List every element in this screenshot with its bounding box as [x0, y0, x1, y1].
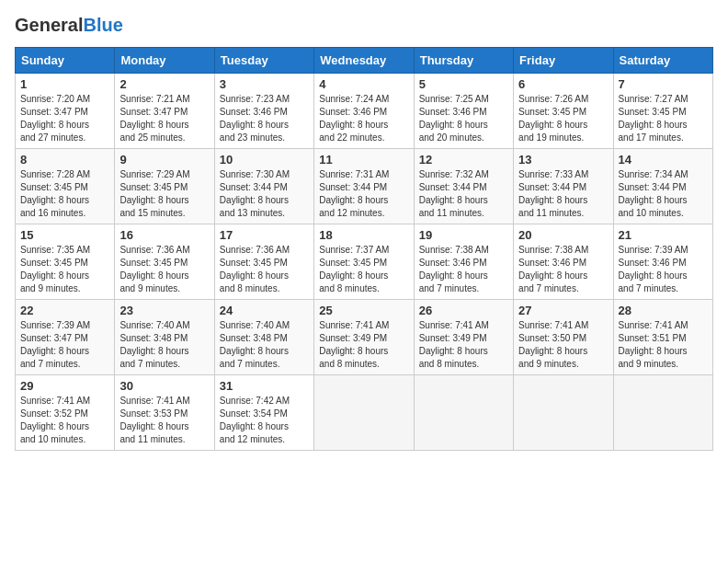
calendar-cell: 6Sunrise: 7:26 AMSunset: 3:45 PMDaylight… — [514, 74, 613, 149]
day-info: Sunrise: 7:38 AMSunset: 3:46 PMDaylight:… — [419, 244, 508, 295]
day-number: 7 — [619, 77, 708, 91]
weekday-header-row: Sunday Monday Tuesday Wednesday Thursday… — [16, 48, 713, 74]
day-info: Sunrise: 7:24 AMSunset: 3:46 PMDaylight:… — [319, 93, 408, 144]
day-number: 16 — [119, 228, 209, 242]
col-wednesday: Wednesday — [314, 48, 414, 74]
day-info: Sunrise: 7:32 AMSunset: 3:44 PMDaylight:… — [419, 168, 508, 220]
day-number: 30 — [119, 379, 209, 393]
day-number: 18 — [319, 228, 408, 242]
calendar-cell: 31Sunrise: 7:42 AMSunset: 3:54 PMDayligh… — [214, 375, 313, 451]
col-sunday: Sunday — [16, 48, 115, 74]
day-info: Sunrise: 7:25 AMSunset: 3:46 PMDaylight:… — [419, 93, 508, 144]
day-number: 20 — [518, 228, 608, 242]
calendar-week-1: 1Sunrise: 7:20 AMSunset: 3:47 PMDaylight… — [16, 74, 713, 149]
calendar-cell — [514, 375, 613, 451]
day-number: 5 — [419, 77, 508, 91]
day-number: 15 — [20, 228, 109, 242]
day-info: Sunrise: 7:31 AMSunset: 3:44 PMDaylight:… — [319, 168, 408, 220]
day-info: Sunrise: 7:39 AMSunset: 3:46 PMDaylight:… — [619, 244, 708, 295]
calendar-cell: 24Sunrise: 7:40 AMSunset: 3:48 PMDayligh… — [214, 300, 313, 375]
day-number: 4 — [319, 77, 408, 91]
day-info: Sunrise: 7:34 AMSunset: 3:44 PMDaylight:… — [619, 168, 708, 220]
day-info: Sunrise: 7:39 AMSunset: 3:47 PMDaylight:… — [20, 319, 109, 371]
calendar-cell: 15Sunrise: 7:35 AMSunset: 3:45 PMDayligh… — [16, 224, 115, 300]
calendar-cell: 16Sunrise: 7:36 AMSunset: 3:45 PMDayligh… — [115, 224, 214, 300]
day-number: 25 — [319, 304, 408, 317]
day-number: 3 — [220, 77, 309, 91]
calendar-cell: 22Sunrise: 7:39 AMSunset: 3:47 PMDayligh… — [16, 300, 115, 375]
calendar-cell: 12Sunrise: 7:32 AMSunset: 3:44 PMDayligh… — [414, 149, 513, 224]
day-number: 2 — [119, 77, 209, 91]
calendar-cell: 17Sunrise: 7:36 AMSunset: 3:45 PMDayligh… — [214, 224, 313, 300]
calendar-cell: 14Sunrise: 7:34 AMSunset: 3:44 PMDayligh… — [613, 149, 712, 224]
col-friday: Friday — [514, 48, 613, 74]
day-info: Sunrise: 7:42 AMSunset: 3:54 PMDaylight:… — [220, 395, 309, 446]
calendar-cell: 20Sunrise: 7:38 AMSunset: 3:46 PMDayligh… — [514, 224, 613, 300]
day-info: Sunrise: 7:29 AMSunset: 3:45 PMDaylight:… — [119, 168, 209, 220]
calendar-cell — [613, 375, 712, 451]
day-number: 13 — [518, 153, 608, 167]
calendar-cell: 2Sunrise: 7:21 AMSunset: 3:47 PMDaylight… — [115, 74, 214, 149]
page-header: General GeneralBlue — [15, 15, 713, 36]
day-info: Sunrise: 7:26 AMSunset: 3:45 PMDaylight:… — [518, 93, 608, 144]
calendar-cell — [314, 375, 414, 451]
day-info: Sunrise: 7:23 AMSunset: 3:46 PMDaylight:… — [220, 93, 309, 144]
calendar-cell: 30Sunrise: 7:41 AMSunset: 3:53 PMDayligh… — [115, 375, 214, 451]
day-number: 6 — [518, 77, 608, 91]
calendar-cell: 5Sunrise: 7:25 AMSunset: 3:46 PMDaylight… — [414, 74, 513, 149]
day-info: Sunrise: 7:33 AMSunset: 3:44 PMDaylight:… — [518, 168, 608, 220]
day-info: Sunrise: 7:40 AMSunset: 3:48 PMDaylight:… — [119, 319, 209, 371]
logo-text: GeneralBlue — [15, 15, 123, 36]
calendar-table: Sunday Monday Tuesday Wednesday Thursday… — [15, 47, 713, 451]
day-info: Sunrise: 7:41 AMSunset: 3:52 PMDaylight:… — [20, 395, 109, 446]
calendar-cell: 3Sunrise: 7:23 AMSunset: 3:46 PMDaylight… — [214, 74, 313, 149]
calendar-cell: 23Sunrise: 7:40 AMSunset: 3:48 PMDayligh… — [115, 300, 214, 375]
calendar-cell: 4Sunrise: 7:24 AMSunset: 3:46 PMDaylight… — [314, 74, 414, 149]
col-tuesday: Tuesday — [214, 48, 313, 74]
day-number: 23 — [119, 304, 209, 317]
col-thursday: Thursday — [414, 48, 513, 74]
day-info: Sunrise: 7:41 AMSunset: 3:49 PMDaylight:… — [319, 319, 408, 371]
day-number: 14 — [619, 153, 708, 167]
logo: General GeneralBlue — [15, 15, 123, 36]
day-info: Sunrise: 7:30 AMSunset: 3:44 PMDaylight:… — [220, 168, 309, 220]
day-number: 8 — [20, 153, 109, 167]
day-number: 10 — [220, 153, 309, 167]
calendar-week-4: 22Sunrise: 7:39 AMSunset: 3:47 PMDayligh… — [16, 300, 713, 375]
day-number: 31 — [220, 379, 309, 393]
calendar-cell: 1Sunrise: 7:20 AMSunset: 3:47 PMDaylight… — [16, 74, 115, 149]
calendar-cell: 27Sunrise: 7:41 AMSunset: 3:50 PMDayligh… — [514, 300, 613, 375]
day-info: Sunrise: 7:41 AMSunset: 3:49 PMDaylight:… — [419, 319, 508, 371]
day-number: 12 — [419, 153, 508, 167]
calendar-week-2: 8Sunrise: 7:28 AMSunset: 3:45 PMDaylight… — [16, 149, 713, 224]
day-info: Sunrise: 7:36 AMSunset: 3:45 PMDaylight:… — [119, 244, 209, 295]
calendar-week-3: 15Sunrise: 7:35 AMSunset: 3:45 PMDayligh… — [16, 224, 713, 300]
day-number: 1 — [20, 77, 109, 91]
calendar-cell: 7Sunrise: 7:27 AMSunset: 3:45 PMDaylight… — [613, 74, 712, 149]
day-number: 17 — [220, 228, 309, 242]
day-info: Sunrise: 7:38 AMSunset: 3:46 PMDaylight:… — [518, 244, 608, 295]
day-number: 21 — [619, 228, 708, 242]
calendar-cell: 21Sunrise: 7:39 AMSunset: 3:46 PMDayligh… — [613, 224, 712, 300]
calendar-cell — [414, 375, 513, 451]
day-number: 28 — [619, 304, 708, 317]
calendar-cell: 25Sunrise: 7:41 AMSunset: 3:49 PMDayligh… — [314, 300, 414, 375]
calendar-week-5: 29Sunrise: 7:41 AMSunset: 3:52 PMDayligh… — [16, 375, 713, 451]
calendar-cell: 9Sunrise: 7:29 AMSunset: 3:45 PMDaylight… — [115, 149, 214, 224]
calendar-cell: 11Sunrise: 7:31 AMSunset: 3:44 PMDayligh… — [314, 149, 414, 224]
day-info: Sunrise: 7:41 AMSunset: 3:50 PMDaylight:… — [518, 319, 608, 371]
day-info: Sunrise: 7:35 AMSunset: 3:45 PMDaylight:… — [20, 244, 109, 295]
calendar-cell: 10Sunrise: 7:30 AMSunset: 3:44 PMDayligh… — [214, 149, 313, 224]
day-number: 9 — [119, 153, 209, 167]
calendar-cell: 13Sunrise: 7:33 AMSunset: 3:44 PMDayligh… — [514, 149, 613, 224]
calendar-cell: 18Sunrise: 7:37 AMSunset: 3:45 PMDayligh… — [314, 224, 414, 300]
col-saturday: Saturday — [613, 48, 712, 74]
calendar-cell: 19Sunrise: 7:38 AMSunset: 3:46 PMDayligh… — [414, 224, 513, 300]
day-info: Sunrise: 7:40 AMSunset: 3:48 PMDaylight:… — [220, 319, 309, 371]
day-number: 19 — [419, 228, 508, 242]
day-info: Sunrise: 7:27 AMSunset: 3:45 PMDaylight:… — [619, 93, 708, 144]
day-number: 24 — [220, 304, 309, 317]
day-info: Sunrise: 7:36 AMSunset: 3:45 PMDaylight:… — [220, 244, 309, 295]
day-info: Sunrise: 7:28 AMSunset: 3:45 PMDaylight:… — [20, 168, 109, 220]
day-info: Sunrise: 7:37 AMSunset: 3:45 PMDaylight:… — [319, 244, 408, 295]
